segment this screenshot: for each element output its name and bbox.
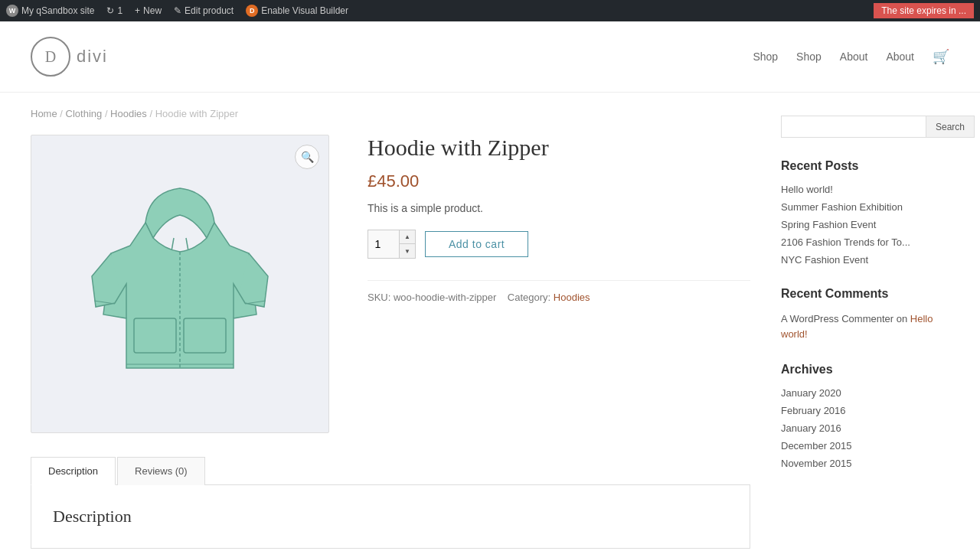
archive-0[interactable]: January 2020 (781, 387, 949, 399)
sku-value: woo-hoodie-with-zipper (394, 292, 496, 303)
tabs-area: Description Reviews (0) Description (31, 456, 750, 549)
admin-pencil-icon: ✎ (174, 5, 181, 16)
admin-new-label: New (143, 5, 162, 16)
sku-label: SKU: (368, 292, 390, 303)
admin-divi-icon: D (246, 5, 258, 17)
product-meta: SKU: woo-hoodie-with-zipper Category: Ho… (368, 280, 750, 303)
admin-vb[interactable]: D Enable Visual Builder (246, 5, 348, 17)
sidebar-archives: Archives January 2020 February 2016 Janu… (781, 363, 949, 469)
tabs-nav: Description Reviews (0) (31, 456, 750, 485)
main-nav: Shop Shop About About 🛒 (753, 48, 949, 65)
logo[interactable]: D divi (31, 37, 108, 77)
archive-2[interactable]: January 2016 (781, 422, 949, 434)
add-to-cart-button[interactable]: Add to cart (425, 231, 528, 257)
sidebar-recent-posts: Recent Posts Hello world! Summer Fashion… (781, 159, 949, 266)
sidebar: Search Recent Posts Hello world! Summer … (781, 108, 949, 549)
admin-site-label: My qSandbox site (21, 5, 94, 16)
product-image-area: 🔍 (31, 135, 337, 433)
site-header: D divi Shop Shop About About 🛒 (0, 21, 980, 93)
recent-post-1[interactable]: Summer Fashion Exhibition (781, 201, 949, 213)
admin-update-count: 1 (117, 5, 122, 16)
main-container: Home / Clothing / Hoodies / Hoodie with … (0, 93, 980, 551)
category-link[interactable]: Hoodies (554, 292, 590, 303)
nav-about-1[interactable]: About (840, 51, 868, 63)
product-info: Hoodie with Zipper £45.00 This is a simp… (368, 135, 750, 433)
category-label: Category: (508, 292, 550, 303)
admin-wp-icon: W (6, 5, 18, 17)
sidebar-recent-comments: Recent Comments A WordPress Commenter on… (781, 287, 949, 341)
nav-about-2[interactable]: About (886, 51, 914, 63)
nav-shop-2[interactable]: Shop (796, 51, 822, 63)
breadcrumb-sep-1: / (60, 108, 65, 119)
recent-post-0[interactable]: Hello world! (781, 184, 949, 195)
admin-updates[interactable]: ↻ 1 (106, 5, 122, 16)
tab-description[interactable]: Description (31, 457, 116, 485)
zoom-icon[interactable]: 🔍 (295, 145, 319, 169)
breadcrumb-sep-3: / (149, 108, 155, 119)
tab-reviews[interactable]: Reviews (0) (117, 457, 205, 485)
breadcrumb-clothing[interactable]: Clothing (66, 108, 103, 119)
product-image-box[interactable]: 🔍 (31, 135, 329, 433)
search-button[interactable]: Search (926, 116, 975, 138)
archive-4[interactable]: November 2015 (781, 458, 949, 469)
admin-bar: W My qSandbox site ↻ 1 + New ✎ Edit prod… (0, 0, 980, 21)
archive-1[interactable]: February 2016 (781, 405, 949, 416)
description-heading: Description (53, 507, 728, 527)
product-layout: 🔍 (31, 135, 750, 433)
recent-post-3[interactable]: 2106 Fashion Trends for To... (781, 236, 949, 248)
cart-icon[interactable]: 🛒 (933, 48, 949, 65)
product-title: Hoodie with Zipper (368, 135, 750, 161)
product-image-svg (88, 177, 272, 391)
breadcrumb-hoodies[interactable]: Hoodies (110, 108, 147, 119)
admin-vb-label: Enable Visual Builder (261, 5, 348, 16)
logo-text: divi (77, 47, 108, 67)
qty-input[interactable] (368, 230, 399, 258)
recent-comments-title: Recent Comments (781, 287, 949, 301)
tab-content-description: Description (31, 485, 750, 549)
admin-update-icon: ↻ (106, 5, 114, 16)
qty-up-button[interactable]: ▲ (400, 230, 415, 244)
add-to-cart-row: ▲ ▼ Add to cart (368, 230, 750, 259)
archives-title: Archives (781, 363, 949, 377)
search-input[interactable] (781, 116, 926, 138)
logo-letter: D (45, 48, 56, 66)
product-description: This is a simple product. (368, 202, 750, 214)
qty-arrows: ▲ ▼ (399, 230, 415, 258)
content-area: Home / Clothing / Hoodies / Hoodie with … (31, 108, 750, 549)
breadcrumb-home[interactable]: Home (31, 108, 57, 119)
recent-post-4[interactable]: NYC Fashion Event (781, 254, 949, 266)
admin-edit[interactable]: ✎ Edit product (174, 5, 234, 16)
logo-circle: D (31, 37, 70, 77)
recent-posts-title: Recent Posts (781, 159, 949, 173)
admin-site-name[interactable]: W My qSandbox site (6, 5, 94, 17)
qty-input-wrap: ▲ ▼ (368, 230, 416, 259)
admin-plus-icon: + (135, 5, 140, 16)
qty-down-button[interactable]: ▼ (400, 244, 415, 258)
nav-shop-1[interactable]: Shop (753, 51, 778, 63)
admin-new[interactable]: + New (135, 5, 162, 16)
recent-post-2[interactable]: Spring Fashion Event (781, 219, 949, 230)
breadcrumb-current: Hoodie with Zipper (155, 108, 238, 119)
recent-comment-0: A WordPress Commenter on Hello world! (781, 311, 949, 341)
breadcrumb: Home / Clothing / Hoodies / Hoodie with … (31, 108, 750, 119)
product-price: £45.00 (368, 171, 750, 191)
archive-3[interactable]: December 2015 (781, 440, 949, 452)
admin-edit-label: Edit product (185, 5, 234, 16)
sidebar-search: Search (781, 116, 949, 138)
admin-expiry: The site expires in ... (874, 3, 974, 18)
